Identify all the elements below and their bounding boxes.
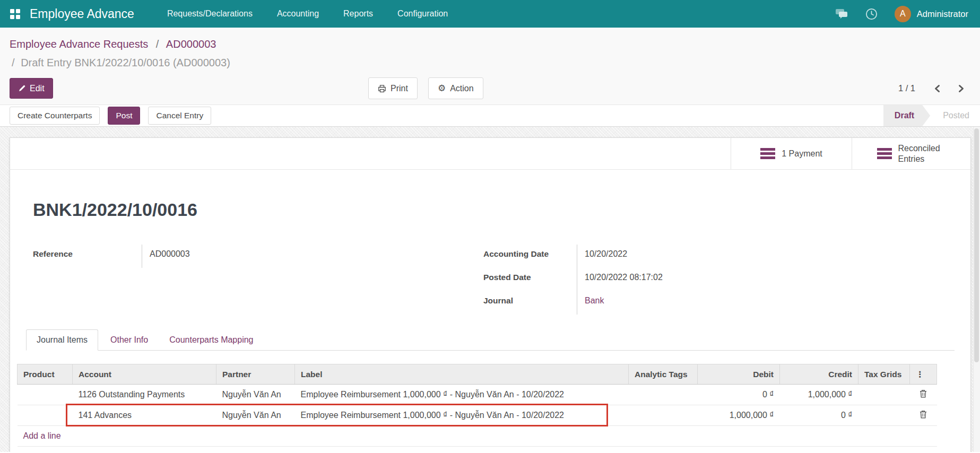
field-reference: Reference AD000003 bbox=[33, 245, 483, 268]
form-sheet: 1 Payment Reconciled Entries BNK1/2022/1… bbox=[10, 137, 971, 452]
form-view-background: 1 Payment Reconciled Entries BNK1/2022/1… bbox=[0, 127, 980, 452]
breadcrumb-active-line: / Draft Entry BNK1/2022/10/0016 (AD00000… bbox=[10, 54, 970, 72]
journal-entries-icon bbox=[760, 146, 775, 161]
pencil-icon bbox=[18, 85, 25, 92]
add-a-line-link[interactable]: Add a line bbox=[23, 431, 61, 440]
table-row[interactable]: 141 Advances Nguyễn Văn An Employee Reim… bbox=[18, 405, 937, 426]
cell-debit[interactable]: 0 ₫ bbox=[698, 385, 780, 405]
control-panel-actions: Edit Print ⚙ Action 1 / 1 bbox=[10, 77, 970, 99]
optional-columns-icon[interactable]: ⋮ bbox=[910, 364, 937, 385]
breadcrumb-record-link[interactable]: AD000003 bbox=[166, 38, 216, 50]
gear-icon: ⚙ bbox=[438, 84, 446, 93]
add-line-row: Add a line bbox=[18, 426, 937, 447]
payments-stat-button[interactable]: 1 Payment bbox=[731, 138, 852, 169]
column-label[interactable]: Label bbox=[295, 364, 629, 385]
cell-analytic-tags[interactable] bbox=[629, 405, 698, 426]
accounting-date-label: Accounting Date bbox=[483, 245, 577, 268]
record-action-buttons: Print ⚙ Action bbox=[368, 77, 483, 99]
user-menu[interactable]: A Administrator bbox=[895, 6, 968, 22]
field-posted-date: Posted Date 10/20/2022 08:17:02 bbox=[483, 268, 970, 291]
pager-previous-icon[interactable] bbox=[932, 83, 942, 94]
cell-tax-grids[interactable] bbox=[858, 385, 910, 405]
cell-product[interactable] bbox=[18, 405, 73, 426]
vertical-scrollbar[interactable] bbox=[973, 127, 980, 452]
menu-accounting[interactable]: Accounting bbox=[277, 9, 319, 19]
trash-icon bbox=[920, 389, 927, 398]
tab-strip: Journal Items Other Info Counterparts Ma… bbox=[26, 329, 955, 351]
cell-account[interactable]: 141 Advances bbox=[73, 405, 216, 426]
cell-label[interactable]: Employee Reimbursement 1,000,000 ₫ - Ngu… bbox=[295, 385, 629, 405]
cell-partner[interactable]: Nguyễn Văn An bbox=[216, 385, 295, 405]
edit-button-label: Edit bbox=[30, 84, 45, 93]
cell-credit[interactable]: 0 ₫ bbox=[780, 405, 858, 426]
print-button[interactable]: Print bbox=[368, 77, 418, 99]
breadcrumb-separator-2: / bbox=[12, 57, 15, 68]
field-accounting-date: Accounting Date 10/20/2022 bbox=[483, 245, 970, 268]
state-posted[interactable]: Posted bbox=[943, 111, 969, 120]
tab-journal-items[interactable]: Journal Items bbox=[26, 329, 98, 351]
delete-row-button[interactable] bbox=[910, 405, 937, 426]
field-groups: Reference AD000003 Accounting Date 10/20… bbox=[33, 245, 970, 315]
posted-date-value: 10/20/2022 08:17:02 bbox=[577, 268, 693, 291]
journal-value-link[interactable]: Bank bbox=[577, 291, 693, 315]
state-widget: Draft Posted bbox=[883, 105, 980, 126]
column-credit[interactable]: Credit bbox=[780, 364, 858, 385]
apps-menu-button[interactable] bbox=[0, 0, 30, 28]
action-button[interactable]: ⚙ Action bbox=[428, 77, 483, 99]
journal-items-table-wrap: Product Account Partner Label Analytic T… bbox=[17, 364, 952, 447]
cell-partner[interactable]: Nguyễn Văn An bbox=[216, 405, 295, 426]
column-debit[interactable]: Debit bbox=[698, 364, 780, 385]
column-account[interactable]: Account bbox=[73, 364, 216, 385]
menu-configuration[interactable]: Configuration bbox=[397, 9, 448, 19]
trash-icon bbox=[920, 410, 927, 419]
breadcrumb-active: Draft Entry BNK1/2022/10/0016 (AD000003) bbox=[21, 57, 230, 68]
column-product[interactable]: Product bbox=[18, 364, 73, 385]
notebook: Journal Items Other Info Counterparts Ma… bbox=[26, 329, 955, 351]
avatar: A bbox=[895, 6, 911, 22]
delete-row-button[interactable] bbox=[910, 385, 937, 405]
column-analytic-tags[interactable]: Analytic Tags bbox=[629, 364, 698, 385]
menu-reports[interactable]: Reports bbox=[343, 9, 373, 19]
reconciled-entries-stat-label: Reconciled Entries bbox=[898, 143, 946, 164]
pager: 1 / 1 bbox=[898, 83, 970, 94]
cell-debit[interactable]: 1,000,000 ₫ bbox=[698, 405, 780, 426]
cell-analytic-tags[interactable] bbox=[629, 385, 698, 405]
activity-clock-icon[interactable] bbox=[865, 8, 878, 20]
breadcrumb-root-link[interactable]: Employee Advance Requests bbox=[10, 38, 148, 50]
edit-button[interactable]: Edit bbox=[10, 78, 53, 99]
post-button[interactable]: Post bbox=[108, 107, 140, 125]
messages-icon[interactable] bbox=[835, 8, 848, 20]
cancel-entry-button[interactable]: Cancel Entry bbox=[148, 107, 211, 125]
scrollbar-thumb[interactable] bbox=[974, 128, 979, 362]
state-draft[interactable]: Draft bbox=[883, 105, 930, 126]
menu-requests-declarations[interactable]: Requests/Declarations bbox=[167, 9, 253, 19]
reference-label: Reference bbox=[33, 245, 142, 268]
tab-other-info[interactable]: Other Info bbox=[101, 330, 157, 350]
print-button-label: Print bbox=[391, 84, 408, 93]
page-title: BNK1/2022/10/0016 bbox=[33, 199, 970, 220]
reference-value: AD000003 bbox=[142, 245, 258, 268]
navbar-right: A Administrator bbox=[835, 6, 980, 22]
cell-tax-grids[interactable] bbox=[858, 405, 910, 426]
column-partner[interactable]: Partner bbox=[216, 364, 295, 385]
column-tax-grids[interactable]: Tax Grids bbox=[858, 364, 910, 385]
breadcrumb: Employee Advance Requests / AD000003 bbox=[10, 35, 970, 54]
reconciled-entries-stat-button[interactable]: Reconciled Entries bbox=[852, 138, 970, 169]
cell-product[interactable] bbox=[18, 385, 73, 405]
field-group-left: Reference AD000003 bbox=[33, 245, 483, 315]
cell-label[interactable]: Employee Reimbursement 1,000,000 ₫ - Ngu… bbox=[295, 405, 629, 426]
cell-credit[interactable]: 1,000,000 ₫ bbox=[780, 385, 858, 405]
apps-grid-icon bbox=[10, 9, 20, 19]
accounting-date-value: 10/20/2022 bbox=[577, 245, 693, 268]
pager-count: 1 / 1 bbox=[898, 83, 915, 93]
app-title[interactable]: Employee Advance bbox=[30, 7, 134, 21]
table-row[interactable]: 1126 Outstanding Payments Nguyễn Văn An … bbox=[18, 385, 937, 405]
tab-counterparts-mapping[interactable]: Counterparts Mapping bbox=[160, 330, 262, 350]
action-button-label: Action bbox=[450, 84, 473, 93]
control-panel: Employee Advance Requests / AD000003 / D… bbox=[0, 28, 980, 104]
create-counterparts-button[interactable]: Create Counterparts bbox=[10, 107, 100, 125]
table-header-row: Product Account Partner Label Analytic T… bbox=[18, 364, 937, 385]
pager-next-icon[interactable] bbox=[956, 83, 966, 94]
reconciled-entries-icon bbox=[877, 146, 892, 161]
cell-account[interactable]: 1126 Outstanding Payments bbox=[73, 385, 216, 405]
